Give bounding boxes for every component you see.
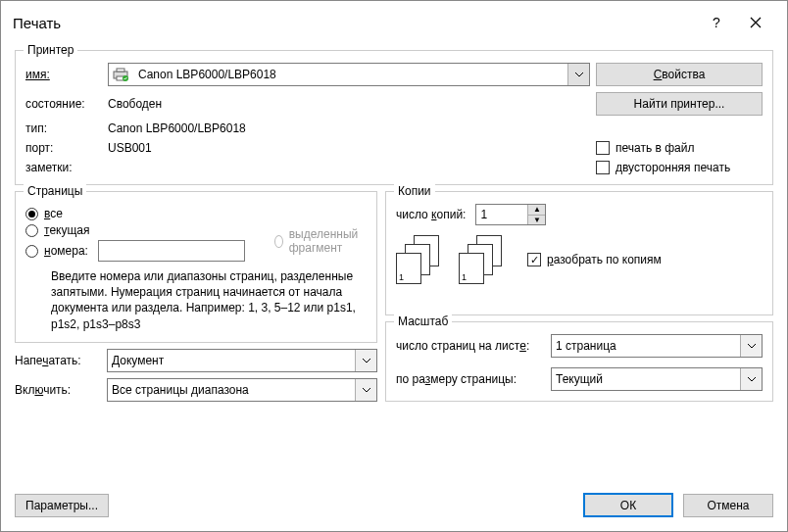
collate-illustration-2: 3 2 1 bbox=[459, 235, 504, 284]
printer-name-label: имя: bbox=[25, 68, 102, 81]
pages-numbers-input[interactable] bbox=[98, 240, 245, 262]
copies-count-spinner[interactable]: 1 ▲ ▼ bbox=[475, 204, 546, 225]
pages-selection-radio: выделенный фрагмент bbox=[274, 227, 367, 255]
printer-state-label: состояние: bbox=[25, 97, 102, 111]
printer-type-value: Canon LBP6000/LBP6018 bbox=[108, 121, 590, 135]
close-icon bbox=[750, 17, 762, 28]
print-to-file-checkbox[interactable]: печать в файл bbox=[596, 141, 763, 155]
fit-label: по размеру страницы: bbox=[396, 372, 543, 386]
printer-state-value: Свободен bbox=[108, 97, 590, 111]
pages-current-radio[interactable]: текущая bbox=[25, 223, 245, 237]
print-what-value: Документ bbox=[108, 354, 355, 367]
ok-button[interactable]: ОК bbox=[583, 493, 673, 517]
chevron-down-icon bbox=[363, 386, 370, 394]
properties-button[interactable]: Свойства bbox=[596, 63, 763, 86]
spinner-up[interactable]: ▲ bbox=[528, 205, 545, 216]
find-printer-button[interactable]: Найти принтер... bbox=[596, 92, 763, 116]
include-value: Все страницы диапазона bbox=[108, 383, 355, 397]
fit-value: Текущий bbox=[552, 372, 740, 386]
pages-group: Страницы все текущая bbox=[15, 191, 377, 343]
printer-type-label: тип: bbox=[25, 121, 102, 135]
copies-count-value: 1 bbox=[476, 205, 527, 224]
checkbox-icon bbox=[596, 141, 610, 155]
duplex-checkbox[interactable]: двусторонняя печать bbox=[596, 161, 763, 174]
copies-legend: Копии bbox=[394, 184, 435, 198]
printer-name-combo[interactable]: Canon LBP6000/LBP6018 bbox=[108, 63, 590, 86]
svg-rect-1 bbox=[117, 69, 124, 72]
pages-all-radio[interactable]: все bbox=[25, 207, 245, 220]
printer-name-value: Canon LBP6000/LBP6018 bbox=[134, 68, 567, 81]
pages-per-sheet-label: число страниц на листе: bbox=[396, 339, 543, 353]
copies-group: Копии число копий: 1 ▲ ▼ bbox=[385, 191, 773, 315]
print-dialog: Печать ? Принтер имя: Canon LBP6000/LBP6… bbox=[0, 0, 788, 532]
include-combo[interactable]: Все страницы диапазона bbox=[107, 378, 377, 402]
duplex-label: двусторонняя печать bbox=[616, 161, 730, 174]
spinner-down[interactable]: ▼ bbox=[528, 216, 545, 225]
pages-per-sheet-combo[interactable]: 1 страница bbox=[551, 334, 763, 358]
printer-icon bbox=[109, 68, 134, 81]
cancel-button[interactable]: Отмена bbox=[683, 494, 773, 517]
help-button[interactable]: ? bbox=[697, 9, 736, 36]
pages-selection-label: выделенный фрагмент bbox=[289, 227, 367, 255]
titlebar: Печать ? bbox=[1, 1, 787, 44]
printer-port-value: USB001 bbox=[108, 141, 590, 155]
close-button[interactable] bbox=[736, 9, 775, 36]
printer-notes-label: заметки: bbox=[25, 161, 102, 174]
dropdown-arrow[interactable] bbox=[567, 64, 589, 85]
print-to-file-label: печать в файл bbox=[616, 141, 694, 155]
printer-group: Принтер имя: Canon LBP6000/LBP6018 Свойс… bbox=[15, 50, 773, 185]
chevron-down-icon bbox=[748, 375, 756, 383]
scale-group: Масштаб число страниц на листе: 1 страни… bbox=[385, 321, 773, 402]
chevron-down-icon bbox=[575, 71, 583, 78]
printer-port-label: порт: bbox=[25, 141, 102, 155]
fit-combo[interactable]: Текущий bbox=[551, 367, 763, 391]
chevron-down-icon bbox=[363, 357, 370, 364]
chevron-down-icon bbox=[748, 342, 756, 350]
copies-count-label: число копий: bbox=[396, 208, 466, 221]
include-label: Включить: bbox=[15, 383, 101, 397]
checkbox-checked-icon: ✓ bbox=[527, 253, 541, 266]
window-title: Печать bbox=[13, 15, 61, 31]
scale-legend: Масштаб bbox=[394, 314, 452, 328]
print-what-label: Напечатать: bbox=[15, 354, 101, 367]
pages-hint: Введите номера или диапазоны страниц, ра… bbox=[25, 265, 367, 332]
pages-legend: Страницы bbox=[24, 184, 86, 198]
print-what-combo[interactable]: Документ bbox=[107, 349, 377, 372]
pages-per-sheet-value: 1 страница bbox=[552, 339, 740, 353]
collate-label: разобрать по копиям bbox=[547, 253, 662, 266]
pages-numbers-label: номера: bbox=[44, 244, 88, 258]
pages-all-label: все bbox=[44, 207, 63, 220]
collate-checkbox[interactable]: ✓ разобрать по копиям bbox=[527, 253, 662, 266]
pages-numbers-radio[interactable]: номера: bbox=[25, 240, 245, 262]
options-button[interactable]: Параметры... bbox=[15, 494, 109, 517]
checkbox-icon bbox=[596, 161, 610, 174]
collate-illustration-1: 3 2 1 bbox=[396, 235, 441, 284]
pages-current-label: текущая bbox=[44, 223, 89, 237]
printer-legend: Принтер bbox=[24, 43, 77, 57]
